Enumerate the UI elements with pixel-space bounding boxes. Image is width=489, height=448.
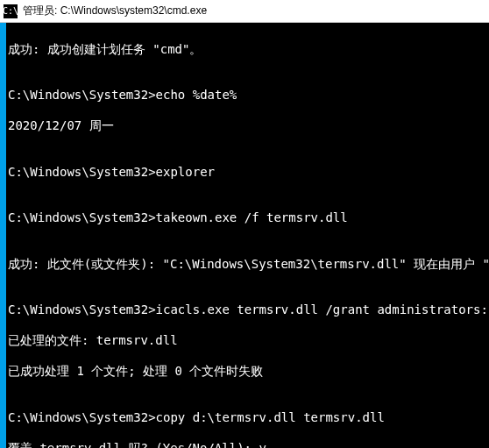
window-title: 管理员: C:\Windows\system32\cmd.exe (23, 4, 207, 18)
terminal-line: 成功: 成功创建计划任务 "cmd"。 (8, 42, 487, 58)
terminal-output[interactable]: 成功: 成功创建计划任务 "cmd"。 C:\Windows\System32>… (6, 23, 489, 448)
terminal-line: 2020/12/07 周一 (8, 118, 487, 134)
cmd-icon: C:\ (4, 4, 18, 18)
terminal-line: C:\Windows\System32>icacls.exe termsrv.d… (8, 302, 487, 318)
terminal-line: C:\Windows\System32>takeown.exe /f terms… (8, 210, 487, 226)
terminal-line: C:\Windows\System32>explorer (8, 165, 487, 181)
terminal-line: C:\Windows\System32>echo %date% (8, 88, 487, 103)
terminal-line: 覆盖 termsrv.dll 吗? (Yes/No/All): y (8, 441, 487, 449)
titlebar[interactable]: C:\ 管理员: C:\Windows\system32\cmd.exe (0, 0, 489, 23)
terminal-line: 已处理的文件: termsrv.dll (8, 333, 487, 349)
left-desktop-edge (0, 23, 6, 448)
terminal-line: 成功: 此文件(或文件夹): "C:\Windows\System32\term… (8, 257, 487, 273)
terminal-line: C:\Windows\System32>copy d:\termsrv.dll … (8, 410, 487, 426)
terminal-line: 已成功处理 1 个文件; 处理 0 个文件时失败 (8, 364, 487, 380)
